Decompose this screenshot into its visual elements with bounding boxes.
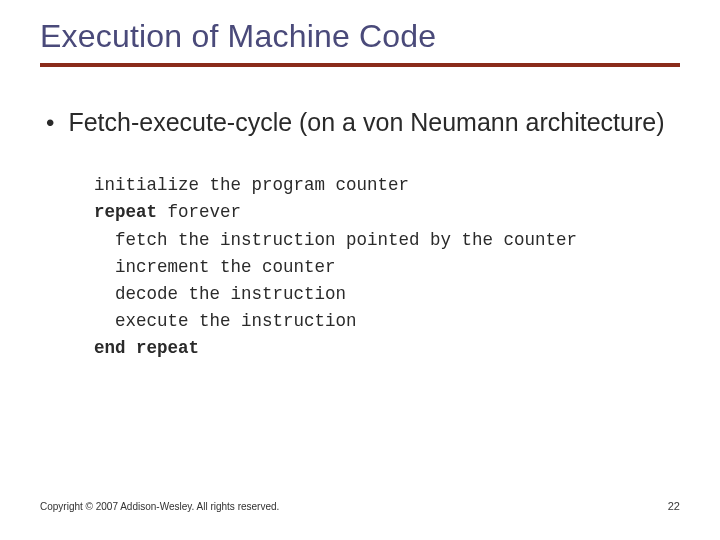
- code-line: initialize the program counter: [94, 175, 409, 195]
- title-underline: [40, 63, 680, 67]
- code-keyword: repeat: [94, 202, 157, 222]
- bullet-text: Fetch-execute-cycle (on a von Neumann ar…: [68, 107, 664, 138]
- pseudocode-block: initialize the program counter repeat fo…: [94, 172, 680, 362]
- slide: Execution of Machine Code • Fetch-execut…: [0, 0, 720, 540]
- code-line: fetch the instruction pointed by the cou…: [94, 230, 577, 250]
- code-line: forever: [157, 202, 241, 222]
- slide-title: Execution of Machine Code: [40, 18, 680, 55]
- bullet-item: • Fetch-execute-cycle (on a von Neumann …: [46, 107, 680, 138]
- page-number: 22: [668, 500, 680, 512]
- code-line: decode the instruction: [94, 284, 346, 304]
- code-line: execute the instruction: [94, 311, 357, 331]
- bullet-marker: •: [46, 107, 54, 138]
- code-keyword: end repeat: [94, 338, 199, 358]
- copyright-footer: Copyright © 2007 Addison-Wesley. All rig…: [40, 501, 279, 512]
- code-line: increment the counter: [94, 257, 336, 277]
